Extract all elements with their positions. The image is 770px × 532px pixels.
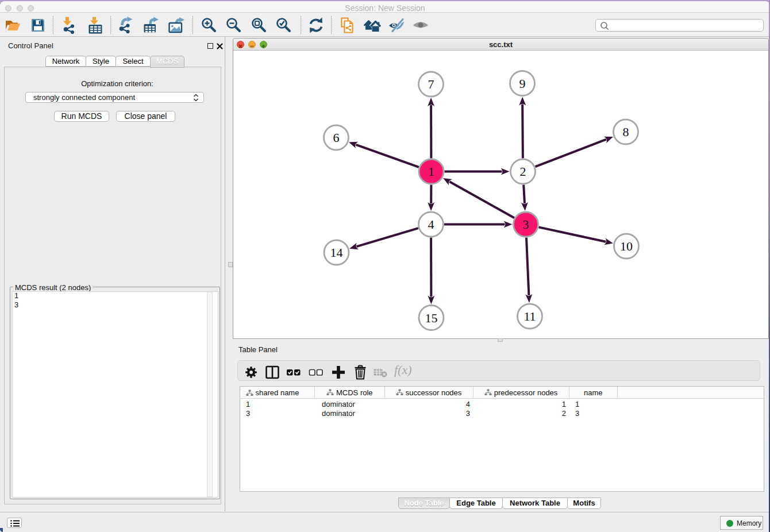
svg-text:14: 14 xyxy=(330,245,343,260)
svg-text:1: 1 xyxy=(428,164,434,179)
svg-text:3: 3 xyxy=(523,217,529,232)
svg-text:9: 9 xyxy=(519,76,526,91)
svg-text:7: 7 xyxy=(428,77,434,91)
svg-text:15: 15 xyxy=(425,311,438,325)
svg-text:10: 10 xyxy=(620,239,633,253)
svg-text:2: 2 xyxy=(520,164,526,179)
svg-text:8: 8 xyxy=(623,125,629,139)
svg-text:6: 6 xyxy=(333,130,340,145)
svg-text:11: 11 xyxy=(523,309,536,323)
svg-text:4: 4 xyxy=(428,217,434,232)
